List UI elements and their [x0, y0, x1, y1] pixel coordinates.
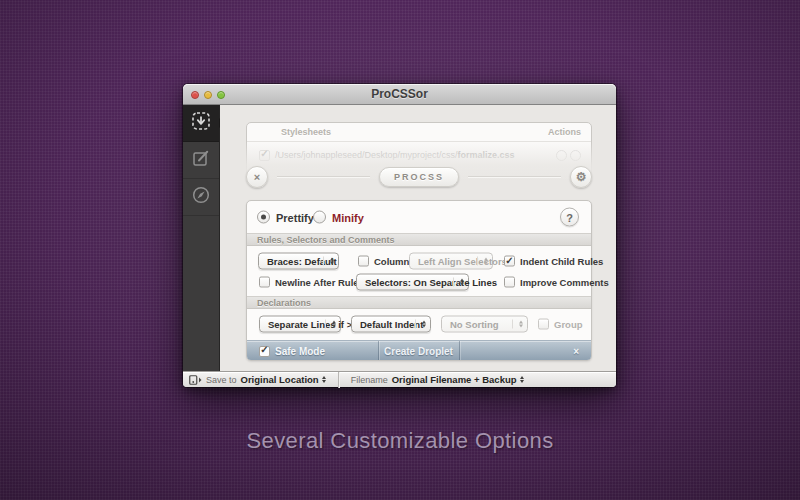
left-align-dropdown[interactable]: Left Align Selectors — [409, 253, 493, 270]
stepper-arrows-icon — [322, 376, 326, 383]
window-title: ProCSSor — [183, 84, 616, 105]
actions-column-header: Actions — [548, 127, 581, 137]
stepper-arrows-icon — [332, 321, 336, 328]
footer-close-button[interactable]: × — [573, 341, 579, 361]
help-button[interactable]: ? — [560, 208, 579, 227]
minify-radio-group[interactable]: Minify — [313, 211, 364, 224]
prettify-radio[interactable] — [257, 211, 270, 224]
section-rules-header: Rules, Selectors and Comments — [247, 233, 591, 246]
improve-comments-checkbox-group[interactable]: Improve Comments — [504, 277, 609, 288]
filename-label: Filename — [351, 375, 388, 385]
stylesheet-actions — [556, 150, 581, 161]
divider-line — [277, 176, 370, 178]
options-panel: Prettify Minify ? Rules, Selectors and C… — [246, 200, 592, 361]
clear-list-button[interactable]: × — [246, 166, 268, 188]
stepper-arrows-icon — [519, 321, 523, 328]
compass-icon — [191, 185, 211, 209]
mode-row: Prettify Minify ? — [247, 201, 591, 233]
newline-checkbox-group[interactable]: Newline After Rules — [259, 277, 364, 288]
process-row: × PROCSS ⚙ — [246, 166, 592, 188]
group-label: Group — [554, 319, 583, 330]
save-to-dropdown[interactable]: Original Location — [241, 374, 326, 385]
safe-mode-label: Safe Mode — [275, 346, 325, 357]
sidebar-item-import[interactable] — [183, 105, 219, 142]
improve-comments-checkbox[interactable] — [504, 277, 515, 288]
stylesheet-row[interactable]: ✓ /Users/johnappleseed/Desktop/myproject… — [247, 142, 591, 168]
stylesheets-column-header: Stylesheets — [281, 127, 331, 137]
minify-radio[interactable] — [313, 211, 326, 224]
no-sorting-dropdown[interactable]: No Sorting — [441, 316, 528, 333]
stylesheet-action-2-button[interactable] — [570, 150, 581, 161]
panel-footer-bar: ✓ Safe Mode Create Droplet × — [247, 340, 591, 360]
create-droplet-button[interactable]: Create Droplet — [378, 341, 459, 361]
footer-divider — [459, 341, 460, 360]
newline-checkbox[interactable] — [259, 277, 270, 288]
save-destination-icon — [189, 375, 202, 385]
marketing-caption: Several Customizable Options — [0, 428, 800, 454]
title-bar[interactable]: ProCSSor — [183, 84, 616, 105]
indent-child-label: Indent Child Rules — [520, 256, 603, 267]
declarations-row: Separate Lines if >1 Default Indent No S… — [247, 314, 591, 334]
indent-child-checkbox[interactable]: ✓ — [504, 256, 515, 267]
stylesheets-header: Stylesheets Actions — [247, 123, 591, 142]
stepper-arrows-icon — [520, 376, 524, 383]
status-bar: Save to Original Location Filename Origi… — [183, 371, 616, 387]
statusbar-divider — [338, 372, 339, 388]
stepper-arrows-icon — [484, 258, 488, 265]
stylesheet-checkbox[interactable]: ✓ — [259, 150, 270, 161]
columnize-checkbox[interactable] — [358, 256, 369, 267]
prettify-label: Prettify — [276, 211, 314, 223]
indent-child-checkbox-group[interactable]: ✓ Indent Child Rules — [504, 256, 603, 267]
selectors-dropdown[interactable]: Selectors: On Separate Lines — [356, 274, 469, 291]
filename-dropdown[interactable]: Original Filename + Backup — [392, 374, 524, 385]
save-to-label: Save to — [206, 375, 237, 385]
stylesheet-action-1-button[interactable] — [556, 150, 567, 161]
safe-mode-checkbox[interactable]: ✓ — [259, 346, 270, 357]
minify-label: Minify — [332, 211, 364, 223]
section-declarations-header: Declarations — [247, 296, 591, 309]
stepper-arrows-icon — [422, 321, 426, 328]
improve-comments-label: Improve Comments — [520, 277, 609, 288]
prettify-radio-group[interactable]: Prettify — [257, 211, 314, 224]
procss-button[interactable]: PROCSS — [379, 167, 459, 187]
stylesheet-path: /Users/johnappleseed/Desktop/myproject/c… — [275, 150, 515, 160]
group-checkbox-group[interactable]: Group — [538, 319, 583, 330]
stepper-arrows-icon — [460, 279, 464, 286]
default-indent-dropdown[interactable]: Default Indent — [351, 316, 431, 333]
app-window: ProCSSor — [183, 84, 616, 387]
newline-label: Newline After Rules — [275, 277, 364, 288]
sidebar-item-editor[interactable] — [183, 142, 219, 179]
safe-mode-checkbox-group[interactable]: ✓ Safe Mode — [259, 341, 325, 361]
settings-button[interactable]: ⚙ — [570, 166, 592, 188]
sidebar-item-compass[interactable] — [183, 179, 219, 216]
import-files-icon — [191, 111, 211, 135]
main-content: Stylesheets Actions ✓ /Users/johnapplese… — [220, 105, 616, 371]
sidebar — [183, 105, 220, 371]
group-checkbox[interactable] — [538, 319, 549, 330]
divider-line — [468, 176, 561, 178]
separate-lines-dropdown[interactable]: Separate Lines if >1 — [259, 316, 341, 333]
stepper-arrows-icon — [330, 258, 334, 265]
compose-edit-icon — [192, 149, 210, 171]
clear-icon: × — [254, 172, 260, 183]
rules-row-1: Braces: Default Columnize Left Align Sel… — [247, 251, 591, 271]
help-icon: ? — [566, 211, 573, 223]
rules-row-2: Newline After Rules Selectors: On Separa… — [247, 272, 591, 292]
gear-icon: ⚙ — [576, 171, 587, 183]
braces-dropdown[interactable]: Braces: Default — [258, 253, 339, 270]
